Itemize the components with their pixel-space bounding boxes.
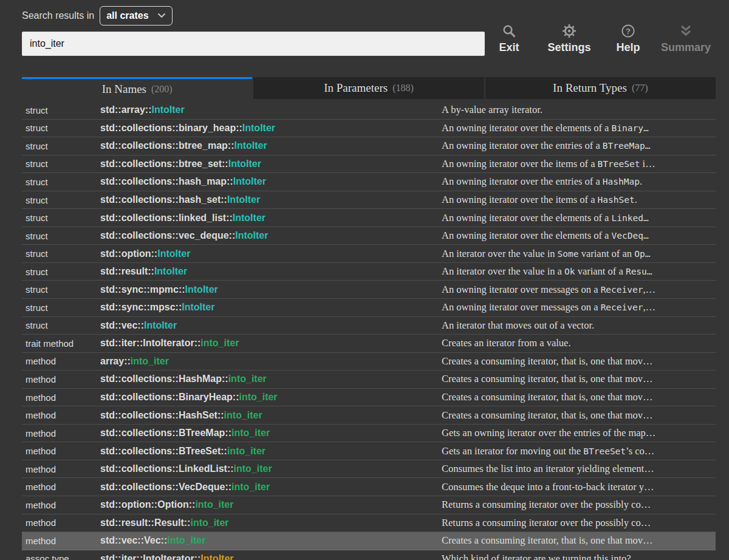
description-text: An owning iterator over the elements of … <box>442 230 612 241</box>
result-row[interactable]: struct std::collections::linked_list::In… <box>22 209 716 227</box>
result-kind: method <box>22 410 100 420</box>
result-description: Consumes the list into an iterator yield… <box>437 463 716 475</box>
result-row[interactable]: method std::collections::LinkedList::int… <box>22 460 716 479</box>
result-description: Creates a consuming iterator, that is, o… <box>437 534 716 547</box>
result-path-prefix: std::vec:: <box>100 320 144 330</box>
result-name: IntoIter <box>151 104 184 115</box>
result-row[interactable]: struct std::sync::mpsc::IntoIter An owni… <box>22 299 716 317</box>
result-path-prefix: std::option:: <box>100 248 157 259</box>
description-code: Ok <box>564 267 575 276</box>
chevron-down-icon <box>157 13 166 18</box>
result-name: into_iter <box>167 535 205 545</box>
tab-in-names[interactable]: In Names (200) <box>22 77 252 99</box>
result-row[interactable]: method std::collections::BTreeSet::into_… <box>22 442 716 460</box>
result-name: IntoIter <box>233 176 266 186</box>
result-row[interactable]: method array::into_iter Creates a consum… <box>22 353 716 371</box>
description-text: ’s co… <box>626 445 654 457</box>
result-kind: struct <box>22 123 100 133</box>
description-text: An owning iterator over the items of a <box>442 194 598 205</box>
result-description: Gets an owning iterator over the entries… <box>437 427 716 439</box>
result-row[interactable]: method std::collections::BinaryHeap::int… <box>22 389 716 407</box>
result-row[interactable]: struct std::sync::mpmc::IntoIter An owni… <box>22 281 716 299</box>
result-row[interactable]: trait method std::iter::IntoIterator::in… <box>22 335 716 353</box>
description-text: A by-value array iterator. <box>442 104 542 115</box>
result-path-prefix: std::collections::hash_map:: <box>100 176 233 186</box>
result-row[interactable]: struct std::collections::vec_deque::Into… <box>22 227 716 245</box>
result-row[interactable]: method std::vec::Vec::into_iter Creates … <box>22 532 716 550</box>
result-name: IntoIter <box>233 213 265 223</box>
result-row[interactable]: method std::collections::VecDeque::into_… <box>22 478 716 496</box>
search-scope-row: Search results in all crates <box>22 6 173 26</box>
result-name: into_iter <box>227 446 265 456</box>
result-description: Creates a consuming iterator, that is, o… <box>437 409 716 422</box>
result-row[interactable]: struct std::vec::IntoIter An iterator th… <box>22 317 716 335</box>
description-text: Returns a consuming iterator over the po… <box>442 499 651 510</box>
description-code: Receiver <box>601 302 643 312</box>
description-code: BTreeSet <box>598 159 640 169</box>
settings-button[interactable]: Settings <box>535 23 604 54</box>
result-path: std::collections::hash_map::IntoIter <box>100 176 437 187</box>
summary-button[interactable]: Summary <box>652 23 719 54</box>
result-row[interactable]: method std::option::Option::into_iter Re… <box>22 496 716 514</box>
description-text: Returns a consuming iterator over the po… <box>442 517 651 528</box>
result-kind: struct <box>22 177 100 187</box>
result-path: std::sync::mpsc::IntoIter <box>100 302 437 313</box>
result-row[interactable]: struct std::collections::btree_set::Into… <box>22 155 716 174</box>
result-row[interactable]: struct std::collections::btree_map::Into… <box>22 137 716 155</box>
result-path-prefix: std::collections::VecDeque:: <box>100 482 231 492</box>
description-text: Creates a consuming iterator, that is, o… <box>442 373 653 384</box>
result-path-prefix: std::collections::LinkedList:: <box>100 463 234 474</box>
settings-label: Settings <box>547 41 590 54</box>
description-text: An iterator over the value in <box>442 248 558 259</box>
tab-in-parameters[interactable]: In Parameters (188) <box>253 77 484 99</box>
result-kind: struct <box>22 302 100 313</box>
result-name: into_iter <box>195 499 233 510</box>
result-path-prefix: std::collections::btree_set:: <box>100 159 228 169</box>
result-path-prefix: std::iter::IntoIterator:: <box>100 553 200 560</box>
result-path: std::option::Option::into_iter <box>100 499 437 510</box>
description-code: Linked… <box>612 213 649 223</box>
exit-button[interactable]: Exit <box>484 23 535 54</box>
result-path: std::collections::btree_set::IntoIter <box>100 159 437 169</box>
result-row[interactable]: struct std::collections::hash_map::IntoI… <box>22 173 716 191</box>
crate-filter-select[interactable]: all crates <box>100 6 172 26</box>
description-code: Resu… <box>626 267 652 276</box>
result-path: std::collections::LinkedList::into_iter <box>100 463 437 474</box>
result-path-prefix: std::collections::hash_set:: <box>100 194 227 205</box>
result-row[interactable]: method std::collections::BTreeMap::into_… <box>22 425 716 443</box>
result-name: into_iter <box>234 463 272 474</box>
result-path-prefix: std::collections::binary_heap:: <box>100 123 242 133</box>
result-row[interactable]: struct std::option::IntoIter An iterator… <box>22 245 716 263</box>
result-description: Which kind of iterator are we turning th… <box>437 553 716 560</box>
toolbar: Exit Settings ? Help <box>484 23 719 54</box>
result-path: array::into_iter <box>100 356 437 367</box>
result-path-prefix: std::collections::HashSet:: <box>100 410 224 420</box>
result-kind: method <box>22 428 100 439</box>
result-path: std::array::IntoIter <box>100 104 437 115</box>
result-name: into_iter <box>131 356 169 366</box>
result-path: std::collections::binary_heap::IntoIter <box>100 123 437 134</box>
description-text: Consumes the deque into a front-to-back … <box>442 481 654 493</box>
description-text: Creates an iterator from a value. <box>442 337 571 349</box>
result-row[interactable]: struct std::array::IntoIter A by-value a… <box>22 101 716 120</box>
result-path-prefix: std::result:: <box>100 266 154 276</box>
tab-in-return-types[interactable]: In Return Types (77) <box>485 77 716 99</box>
result-row[interactable]: method std::collections::HashSet::into_i… <box>22 406 716 425</box>
result-path-prefix: std::option::Option:: <box>100 499 195 510</box>
result-description: Consumes the deque into a front-to-back … <box>437 481 716 493</box>
description-text: Creates a consuming iterator, that is, o… <box>442 534 653 546</box>
result-kind: method <box>22 464 100 474</box>
search-input[interactable] <box>22 32 485 56</box>
description-text: . <box>640 176 642 187</box>
result-row[interactable]: method std::collections::HashMap::into_i… <box>22 370 716 389</box>
result-path-prefix: std::collections::btree_map:: <box>100 140 234 151</box>
result-row[interactable]: struct std::result::IntoIter An iterator… <box>22 263 716 281</box>
result-row[interactable]: struct std::collections::binary_heap::In… <box>22 120 716 138</box>
result-path: std::vec::Vec::into_iter <box>100 535 437 546</box>
result-row[interactable]: struct std::collections::hash_set::IntoI… <box>22 191 716 210</box>
result-row[interactable]: assoc type std::iter::IntoIterator::Into… <box>22 550 716 560</box>
help-button[interactable]: ? Help <box>604 23 652 54</box>
description-code: HashMap <box>603 177 640 186</box>
result-row[interactable]: method std::result::Result::into_iter Re… <box>22 514 716 533</box>
description-text: Consumes the list into an iterator yield… <box>442 463 654 474</box>
